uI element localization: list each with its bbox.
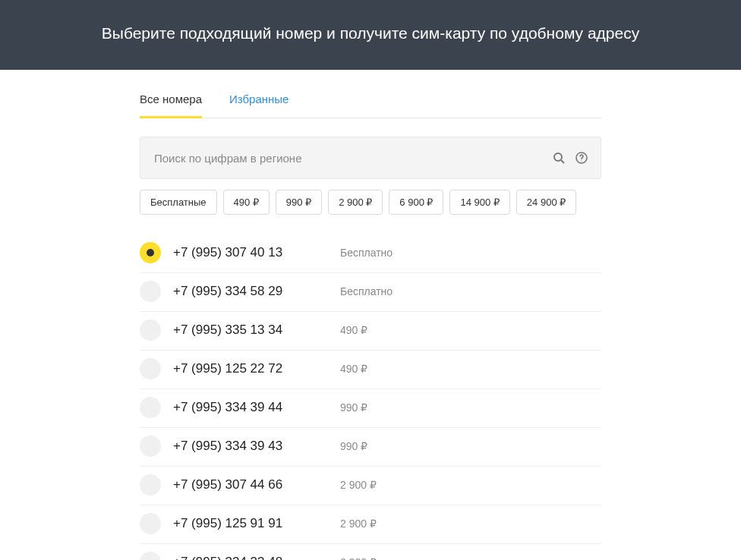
search-icons (552, 151, 588, 165)
number-row[interactable]: +7 (995) 334 58 29Бесплатно (140, 273, 601, 312)
phone-number: +7 (995) 334 39 43 (173, 439, 333, 454)
radio-button[interactable] (140, 281, 161, 302)
phone-number: +7 (995) 307 40 13 (173, 245, 333, 260)
help-icon[interactable] (575, 151, 588, 165)
phone-number: +7 (995) 334 58 29 (173, 284, 333, 299)
filter-chip[interactable]: 14 900 ₽ (449, 190, 509, 215)
filter-chip[interactable]: 2 900 ₽ (328, 190, 383, 215)
radio-button[interactable] (140, 242, 161, 263)
price-label: 490 ₽ (340, 363, 367, 375)
svg-line-1 (561, 160, 564, 163)
hero-banner: Выберите подходящий номер и получите сим… (0, 0, 741, 70)
radio-button[interactable] (140, 397, 161, 418)
radio-button[interactable] (140, 358, 161, 379)
phone-number: +7 (995) 334 33 48 (173, 555, 333, 560)
main-container: Все номера Избранные Бесплатные4 (140, 82, 601, 560)
number-row[interactable]: +7 (995) 307 44 662 900 ₽ (140, 467, 601, 505)
number-row[interactable]: +7 (995) 125 22 72490 ₽ (140, 351, 601, 389)
filter-chip[interactable]: 490 ₽ (223, 190, 270, 215)
number-row[interactable]: +7 (995) 334 33 486 900 ₽ (140, 544, 601, 560)
radio-button[interactable] (140, 436, 161, 457)
price-label: 490 ₽ (340, 324, 367, 336)
phone-number: +7 (995) 335 13 34 (173, 322, 333, 338)
tab-favorites[interactable]: Избранные (229, 82, 289, 118)
tab-all-numbers[interactable]: Все номера (140, 82, 202, 118)
price-label: 2 900 ₽ (340, 518, 377, 530)
tab-label: Все номера (140, 93, 202, 105)
price-label: Бесплатно (340, 285, 393, 297)
filter-chip[interactable]: 6 900 ₽ (389, 190, 443, 215)
svg-point-3 (581, 160, 582, 161)
number-row[interactable]: +7 (995) 334 39 44990 ₽ (140, 389, 601, 428)
search-bar (140, 137, 601, 179)
radio-button[interactable] (140, 513, 161, 534)
svg-point-0 (554, 153, 562, 161)
number-list: +7 (995) 307 40 13Бесплатно+7 (995) 334 … (140, 242, 601, 560)
radio-button[interactable] (140, 474, 161, 496)
filter-chip[interactable]: 990 ₽ (276, 190, 322, 215)
price-label: Бесплатно (340, 247, 393, 259)
phone-number: +7 (995) 125 91 91 (173, 516, 333, 531)
price-label: 990 ₽ (340, 440, 367, 452)
number-row[interactable]: +7 (995) 125 91 912 900 ₽ (140, 505, 601, 544)
number-row[interactable]: +7 (995) 335 13 34490 ₽ (140, 312, 601, 351)
number-row[interactable]: +7 (995) 307 40 13Бесплатно (140, 242, 601, 273)
price-label: 6 900 ₽ (340, 556, 377, 560)
tab-label: Избранные (229, 93, 289, 105)
price-label: 2 900 ₽ (340, 479, 377, 491)
search-icon[interactable] (552, 151, 566, 165)
price-filters: Бесплатные490 ₽990 ₽2 900 ₽6 900 ₽14 900… (140, 190, 601, 215)
filter-chip[interactable]: 24 900 ₽ (516, 190, 576, 215)
phone-number: +7 (995) 307 44 66 (173, 477, 333, 492)
price-label: 990 ₽ (340, 401, 367, 414)
number-row[interactable]: +7 (995) 334 39 43990 ₽ (140, 428, 601, 467)
search-input[interactable] (154, 152, 552, 165)
phone-number: +7 (995) 334 39 44 (173, 400, 333, 415)
hero-title: Выберите подходящий номер и получите сим… (102, 24, 639, 42)
filter-chip[interactable]: Бесплатные (140, 190, 217, 215)
radio-button[interactable] (140, 319, 161, 341)
phone-number: +7 (995) 125 22 72 (173, 361, 333, 376)
tabs: Все номера Избранные (140, 82, 601, 118)
radio-button[interactable] (140, 552, 161, 560)
